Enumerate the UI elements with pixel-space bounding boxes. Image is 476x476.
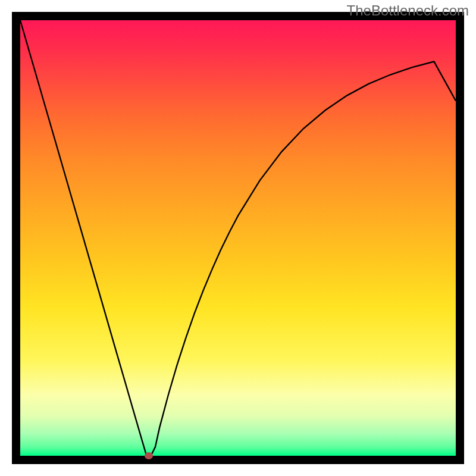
watermark-text: TheBottleneck.com — [347, 2, 469, 19]
chart-plot-area — [20, 20, 456, 456]
chart-root: TheBottleneck.com — [0, 0, 476, 476]
optimal-point-marker — [145, 452, 153, 459]
bottleneck-curve — [20, 20, 456, 456]
chart-outer-frame — [12, 12, 464, 464]
curve-layer — [20, 20, 456, 456]
